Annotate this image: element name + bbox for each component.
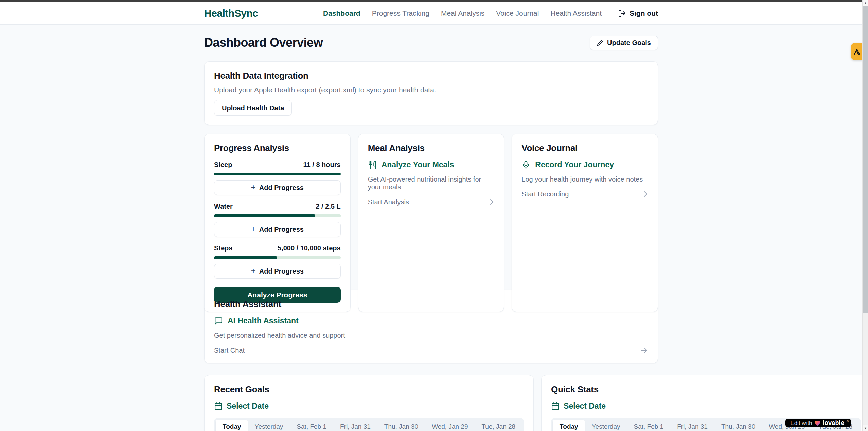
start-recording-link[interactable]: Start Recording	[521, 190, 648, 198]
update-goals-button[interactable]: Update Goals	[590, 36, 658, 50]
metric-value: 5,000 / 10,000 steps	[278, 244, 341, 252]
tab-today[interactable]: Today	[553, 420, 585, 431]
sleep-progress-bar	[214, 173, 341, 175]
utensils-icon	[368, 161, 377, 169]
recent-goals-card: Recent Goals Select Date Today Yesterday…	[204, 375, 534, 431]
tab-yesterday[interactable]: Yesterday	[585, 420, 627, 431]
ai-health-assistant-link[interactable]: AI Health Assistant	[214, 316, 648, 325]
vertical-scrollbar[interactable]: ▲ ▼	[862, 0, 868, 431]
calendar-icon	[551, 402, 560, 410]
metric-water: Water 2 / 2.5 L + Add Progress	[214, 203, 341, 237]
main-nav: Dashboard Progress Tracking Meal Analysi…	[323, 9, 658, 17]
app-header: HealthSync Dashboard Progress Tracking M…	[0, 2, 862, 25]
edit-with-lovable-badge[interactable]: Edit with lovable ✕	[785, 419, 851, 427]
calendar-icon	[214, 402, 223, 410]
record-your-journey-link[interactable]: Record Your Journey	[521, 160, 648, 169]
select-date-button[interactable]: Select Date	[551, 401, 861, 411]
card-title: Health Data Integration	[214, 71, 648, 81]
card-title: Progress Analysis	[214, 143, 341, 153]
card-description: Get personalized health advice and suppo…	[214, 332, 648, 339]
health-data-integration-card: Health Data Integration Upload your Appl…	[204, 61, 658, 125]
arrow-right-icon	[486, 198, 494, 206]
badge-brand: lovable	[823, 419, 844, 427]
card-title: Recent Goals	[214, 384, 524, 395]
meal-analysis-card: Meal Analysis Analyze Your Meals Get AI-…	[358, 134, 504, 312]
arrow-right-icon	[640, 346, 648, 354]
tab-fri-jan-31[interactable]: Fri, Jan 31	[333, 420, 377, 431]
steps-progress-bar	[214, 256, 341, 259]
microphone-icon	[521, 161, 530, 169]
lovable-side-tab[interactable]	[851, 43, 862, 60]
nav-dashboard[interactable]: Dashboard	[323, 9, 360, 17]
page-title: Dashboard Overview	[204, 36, 323, 50]
card-description: Upload your Apple Health export (export.…	[214, 86, 648, 94]
scrollbar-thumb[interactable]	[863, 6, 868, 313]
tab-today[interactable]: Today	[216, 420, 248, 431]
card-title: Meal Analysis	[368, 143, 495, 153]
badge-prefix: Edit with	[790, 420, 812, 427]
analyze-your-meals-link[interactable]: Analyze Your Meals	[368, 160, 495, 169]
scroll-up-arrow-icon[interactable]: ▲	[863, 0, 868, 6]
pencil-icon	[597, 39, 604, 46]
app-logo[interactable]: HealthSync	[204, 7, 258, 19]
tab-yesterday[interactable]: Yesterday	[248, 420, 290, 431]
card-title: Quick Stats	[551, 384, 861, 395]
nav-progress-tracking[interactable]: Progress Tracking	[372, 9, 429, 17]
nav-voice-journal[interactable]: Voice Journal	[496, 9, 539, 17]
close-icon[interactable]: ✕	[846, 419, 849, 423]
plus-icon: +	[251, 225, 256, 233]
card-description: Get AI-powered nutritional insights for …	[368, 175, 495, 191]
logout-icon	[618, 9, 626, 17]
scroll-down-arrow-icon[interactable]: ▼	[863, 425, 868, 431]
plus-icon: +	[251, 183, 256, 191]
metric-value: 2 / 2.5 L	[316, 203, 340, 210]
card-description: Log your health journey with voice notes	[521, 175, 648, 183]
add-water-progress-button[interactable]: + Add Progress	[214, 222, 341, 237]
browser-top-strip	[0, 0, 868, 2]
select-date-button[interactable]: Select Date	[214, 401, 524, 411]
water-progress-bar	[214, 214, 341, 217]
start-analysis-link[interactable]: Start Analysis	[368, 198, 495, 206]
plus-icon: +	[251, 267, 256, 275]
chat-bubble-icon	[214, 317, 223, 325]
metric-sleep: Sleep 11 / 8 hours + Add Progress	[214, 161, 341, 195]
sign-out-button[interactable]: Sign out	[618, 9, 658, 17]
tab-thu-jan-30[interactable]: Thu, Jan 30	[714, 420, 762, 431]
metric-label: Sleep	[214, 161, 232, 169]
tab-thu-jan-30[interactable]: Thu, Jan 30	[377, 420, 425, 431]
metric-value: 11 / 8 hours	[303, 161, 341, 169]
tab-fri-jan-31[interactable]: Fri, Jan 31	[670, 420, 714, 431]
date-tab-bar: Today Yesterday Sat, Feb 1 Fri, Jan 31 T…	[214, 418, 524, 431]
tab-sat-feb-1[interactable]: Sat, Feb 1	[290, 420, 333, 431]
heart-icon	[815, 420, 820, 426]
arrow-right-icon	[640, 190, 648, 198]
voice-journal-card: Voice Journal Record Your Journey Log yo…	[512, 134, 658, 312]
lovable-a-icon	[853, 48, 861, 56]
metric-steps: Steps 5,000 / 10,000 steps + Add Progres…	[214, 244, 341, 279]
progress-analysis-card: Progress Analysis Sleep 11 / 8 hours + A…	[204, 134, 351, 312]
card-title: Voice Journal	[521, 143, 648, 153]
tab-sat-feb-1[interactable]: Sat, Feb 1	[627, 420, 670, 431]
add-steps-progress-button[interactable]: + Add Progress	[214, 264, 341, 279]
upload-health-data-button[interactable]: Upload Health Data	[214, 100, 292, 116]
tab-wed-jan-29[interactable]: Wed, Jan 29	[425, 420, 475, 431]
nav-health-assistant[interactable]: Health Assistant	[550, 9, 602, 17]
tab-tue-jan-28[interactable]: Tue, Jan 28	[475, 420, 522, 431]
metric-label: Water	[214, 203, 233, 210]
start-chat-link[interactable]: Start Chat	[214, 346, 648, 354]
add-sleep-progress-button[interactable]: + Add Progress	[214, 180, 341, 195]
metric-label: Steps	[214, 244, 232, 252]
nav-meal-analysis[interactable]: Meal Analysis	[441, 9, 484, 17]
